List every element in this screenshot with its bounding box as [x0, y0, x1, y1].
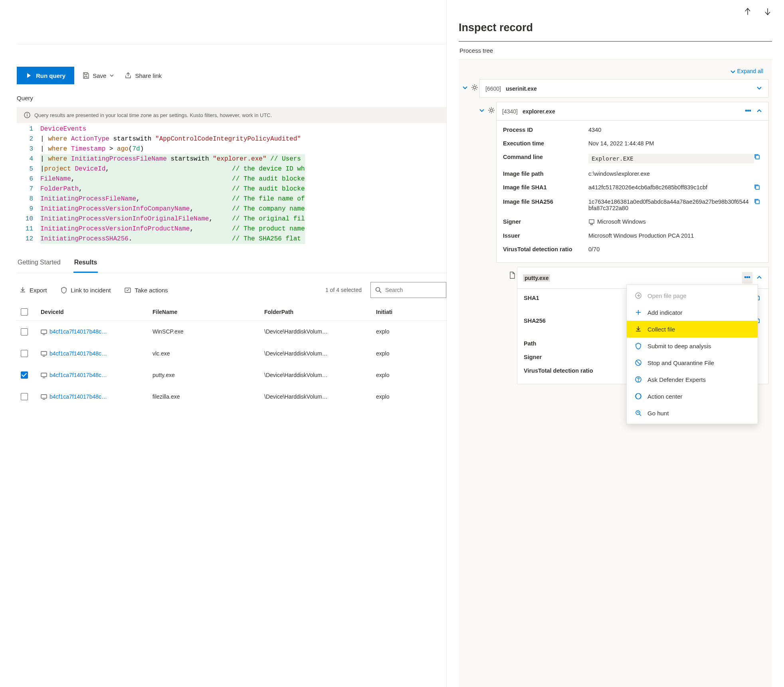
device-icon — [41, 394, 47, 400]
more-actions-icon[interactable] — [742, 272, 752, 284]
svg-point-1 — [27, 113, 28, 114]
run-query-button[interactable]: Run query — [17, 67, 74, 84]
table-row[interactable]: b4cf1ca7f14017b48c…WinSCP.exe\Device\Har… — [17, 321, 446, 343]
menu-stop-quarantine[interactable]: Stop and Quarantine File — [627, 354, 758, 371]
table-row[interactable]: b4cf1ca7f14017b48c…filezilla.exe\Device\… — [17, 386, 446, 407]
label-virustotal: VirusTotal detection ratio — [503, 246, 588, 252]
search-box[interactable] — [370, 282, 446, 298]
cell-initiating: explo — [372, 364, 446, 386]
menu-collect-file[interactable]: Collect file — [627, 321, 758, 338]
row-checkbox[interactable] — [21, 350, 28, 357]
results-table: DeviceId FileName FolderPath Initiati b4… — [17, 304, 446, 407]
svg-point-11 — [746, 110, 747, 111]
svg-rect-14 — [756, 155, 759, 159]
svg-point-4 — [376, 288, 380, 292]
result-tabs: Getting Started Results — [17, 253, 446, 273]
export-button[interactable]: Export — [17, 284, 49, 296]
process-name: putty.exe — [523, 274, 550, 282]
gear-icon — [470, 79, 479, 91]
label-signer: Signer — [524, 354, 609, 360]
code-editor[interactable]: 123456789101112 DeviceEvents| where Acti… — [17, 124, 446, 244]
inspect-title: Inspect record — [459, 22, 772, 34]
menu-add-indicator[interactable]: Add indicator — [627, 304, 758, 321]
expand-all-button[interactable]: Expand all — [460, 65, 769, 79]
menu-ask-experts[interactable]: Ask Defender Experts — [627, 371, 758, 388]
device-icon — [41, 330, 47, 335]
cell-filename: WinSCP.exe — [148, 321, 260, 343]
svg-point-26 — [638, 381, 638, 381]
copy-icon[interactable] — [754, 154, 762, 161]
cell-initiating: explo — [372, 386, 446, 407]
value-sha256: 1c7634e186381a0ed0f5abdc8a44a78ae269a27b… — [588, 199, 754, 211]
svg-rect-17 — [589, 220, 594, 223]
svg-point-19 — [747, 277, 748, 278]
pid-label: [4340] — [502, 108, 518, 115]
take-actions-button[interactable]: Take actions — [122, 284, 170, 296]
device-link[interactable]: b4cf1ca7f14017b48c… — [49, 350, 107, 357]
svg-rect-6 — [41, 351, 47, 355]
value-signer: Microsoft Windows — [588, 218, 762, 225]
prev-record-button[interactable] — [743, 7, 752, 16]
more-actions-icon[interactable] — [744, 107, 752, 115]
col-deviceid[interactable]: DeviceId — [37, 304, 148, 321]
device-icon — [41, 351, 47, 357]
cell-initiating: explo — [372, 321, 446, 343]
select-all-checkbox[interactable] — [21, 308, 28, 316]
cell-filename: filezilla.exe — [148, 386, 260, 407]
copy-icon[interactable] — [754, 184, 762, 191]
info-strip: Query results are presented in your loca… — [17, 107, 446, 123]
col-filename[interactable]: FileName — [148, 304, 260, 321]
device-link[interactable]: b4cf1ca7f14017b48c… — [49, 372, 107, 378]
device-link[interactable]: b4cf1ca7f14017b48c… — [49, 328, 107, 335]
table-row[interactable]: b4cf1ca7f14017b48c…vlc.exe\Device\Harddi… — [17, 343, 446, 364]
label-exec-time: Execution time — [503, 140, 588, 147]
chevron-up-icon[interactable] — [756, 107, 763, 115]
tab-getting-started[interactable]: Getting Started — [17, 253, 61, 273]
col-initiating[interactable]: Initiati — [372, 304, 446, 321]
row-checkbox[interactable] — [21, 328, 28, 336]
save-label: Save — [93, 72, 106, 79]
table-row[interactable]: b4cf1ca7f14017b48c…putty.exe\Device\Hard… — [17, 364, 446, 386]
value-exec-time: Nov 14, 2022 1:44:48 PM — [588, 140, 762, 147]
info-strip-text: Query results are presented in your loca… — [34, 112, 272, 118]
tree-toggle-icon[interactable] — [460, 79, 470, 90]
row-checkbox[interactable] — [21, 371, 28, 379]
save-button[interactable]: Save — [80, 69, 117, 81]
chevron-up-icon[interactable] — [756, 274, 763, 282]
svg-point-13 — [750, 110, 751, 111]
cell-initiating: explo — [372, 343, 446, 364]
label-signer: Signer — [503, 218, 588, 225]
label-cmd: Command line — [503, 154, 588, 160]
export-label: Export — [30, 287, 47, 294]
process-name: explorer.exe — [523, 108, 555, 115]
toolbar: Run query Save Share link — [17, 44, 446, 84]
chevron-down-icon[interactable] — [756, 84, 763, 93]
process-node-userinit[interactable]: [6600] userinit.exe — [479, 79, 769, 98]
tree-toggle-icon[interactable] — [477, 102, 487, 113]
row-checkbox[interactable] — [21, 393, 28, 400]
label-sha1: Image file SHA1 — [503, 184, 588, 191]
value-process-id: 4340 — [588, 127, 762, 133]
link-incident-button[interactable]: Link to incident — [58, 284, 113, 296]
cell-folderpath: \Device\HarddiskVolum… — [260, 364, 372, 386]
device-link[interactable]: b4cf1ca7f14017b48c… — [49, 393, 107, 400]
selection-count: 1 of 4 selected — [325, 287, 362, 293]
col-folderpath[interactable]: FolderPath — [260, 304, 372, 321]
menu-action-center[interactable]: Action center — [627, 388, 758, 405]
query-label: Query — [17, 95, 446, 101]
menu-deep-analysis[interactable]: Submit to deep analysis — [627, 338, 758, 354]
share-link-button[interactable]: Share link — [122, 69, 164, 81]
search-input[interactable] — [385, 287, 446, 293]
next-record-button[interactable] — [763, 7, 772, 16]
record-nav — [459, 7, 772, 16]
menu-go-hunt[interactable]: Go hunt — [627, 405, 758, 421]
share-label: Share link — [135, 72, 162, 79]
value-virustotal[interactable]: 0/70 — [588, 246, 762, 252]
label-process-id: Process ID — [503, 127, 588, 133]
process-tree-header[interactable]: Process tree — [459, 41, 772, 60]
copy-icon[interactable] — [754, 199, 762, 206]
tab-results[interactable]: Results — [73, 253, 98, 273]
label-sha256: SHA256 — [524, 318, 609, 324]
svg-rect-2 — [27, 115, 27, 117]
svg-point-9 — [473, 86, 476, 89]
